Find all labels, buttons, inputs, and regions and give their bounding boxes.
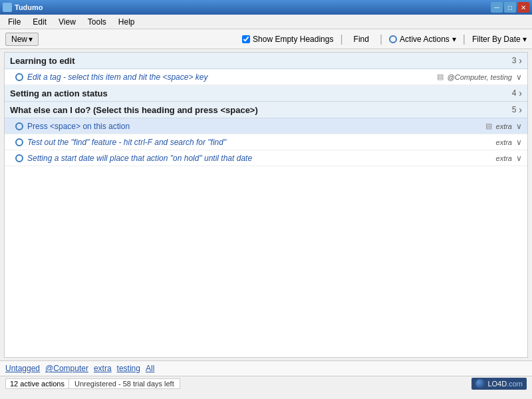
filter-date-button[interactable]: Filter By Date ▾ <box>472 35 527 44</box>
action-chevron-4[interactable]: ∨ <box>516 154 522 163</box>
action-right-2: ▤ extra ∨ <box>485 122 522 131</box>
action-circle-4 <box>15 154 23 162</box>
toolbar-separator-2: | <box>380 33 382 45</box>
action-right-4: extra ∨ <box>496 154 522 163</box>
section-title-2: Setting an action status <box>10 88 108 98</box>
new-button[interactable]: New ▾ <box>5 33 39 46</box>
close-button[interactable]: ✕ <box>517 2 529 13</box>
action-circle-3 <box>15 138 23 146</box>
section-title-3: What else can I do? (Select this heading… <box>10 105 258 115</box>
section-right-2: 4 › <box>512 88 522 98</box>
find-button[interactable]: Find <box>350 33 373 45</box>
active-actions-arrow: ▾ <box>452 35 456 44</box>
action-left-1: Edit a tag - select this item and hit th… <box>15 72 207 82</box>
toolbar-separator-3: | <box>463 33 466 45</box>
tag-testing[interactable]: testing <box>117 364 140 373</box>
action-circle-2 <box>15 122 23 130</box>
action-text-1: Edit a tag - select this item and hit th… <box>27 72 207 82</box>
menu-help[interactable]: Help <box>113 16 140 28</box>
new-button-label: New <box>11 35 27 44</box>
menu-edit[interactable]: Edit <box>27 16 52 28</box>
action-row-2[interactable]: Press <space> on this action ▤ extra ∨ <box>5 118 527 134</box>
tag-icon-2: ▤ <box>485 122 492 130</box>
filter-date-arrow: ▾ <box>523 35 527 44</box>
tag-icon-1: ▤ <box>437 72 444 81</box>
action-left-2: Press <space> on this action <box>15 122 130 131</box>
section-chevron-3: › <box>519 104 522 115</box>
show-empty-headings[interactable]: Show Empty Headings <box>242 35 333 44</box>
section-heading-3[interactable]: What else can I do? (Select this heading… <box>5 102 527 118</box>
tag-label-1: @Computer, testing <box>448 73 512 81</box>
toolbar: New ▾ Show Empty Headings | Find | Activ… <box>0 29 532 49</box>
action-circle-1 <box>15 73 23 81</box>
action-left-3: Test out the "find" feature - hit ctrl-F… <box>15 138 226 147</box>
section-heading-1[interactable]: Learning to edit 3 › <box>5 53 527 69</box>
title-bar-left: Tudumo <box>3 3 43 12</box>
section-count-1: 3 <box>512 56 517 65</box>
new-button-arrow: ▾ <box>29 35 33 44</box>
section-chevron-1: › <box>519 55 522 66</box>
action-right-1: ▤ @Computer, testing ∨ <box>437 72 522 82</box>
action-text-2: Press <space> on this action <box>27 122 130 131</box>
section-chevron-2: › <box>519 88 522 98</box>
action-row-4[interactable]: Setting a start date will place that act… <box>5 150 527 166</box>
tag-label-4: extra <box>496 154 512 162</box>
lo4d-text: LO4D.com <box>487 380 523 388</box>
section-right-1: 3 › <box>512 55 522 66</box>
action-row-1[interactable]: Edit a tag - select this item and hit th… <box>5 69 527 85</box>
active-actions-label: Active Actions <box>400 35 450 44</box>
show-empty-checkbox[interactable] <box>242 35 250 43</box>
section-right-3: 5 › <box>512 104 522 115</box>
toolbar-right: Show Empty Headings | Find | Active Acti… <box>242 33 527 45</box>
app-title: Tudumo <box>15 3 43 11</box>
action-chevron-1[interactable]: ∨ <box>516 72 522 82</box>
action-left-4: Setting a start date will place that act… <box>15 154 252 163</box>
app-icon <box>3 3 12 12</box>
action-text-3: Test out the "find" feature - hit ctrl-F… <box>27 138 226 147</box>
tag-label-3: extra <box>496 138 512 146</box>
tag-all[interactable]: All <box>146 364 154 373</box>
title-bar-buttons: ─ □ ✕ <box>491 2 529 13</box>
show-empty-label: Show Empty Headings <box>253 35 333 44</box>
section-count-3: 5 <box>512 105 517 114</box>
main-content: Learning to edit 3 › Edit a tag - select… <box>4 52 528 358</box>
minimize-button[interactable]: ─ <box>491 2 503 13</box>
status-bar: 12 active actions Unregistered - 58 tria… <box>0 376 532 390</box>
action-right-3: extra ∨ <box>496 138 522 147</box>
menu-tools[interactable]: Tools <box>82 16 112 28</box>
active-actions-icon <box>389 35 397 43</box>
toolbar-separator-1: | <box>340 33 342 45</box>
tag-extra[interactable]: extra <box>94 364 112 373</box>
section-heading-2[interactable]: Setting an action status 4 › <box>5 85 527 102</box>
lo4d-badge: LO4D.com <box>471 378 527 390</box>
title-bar: Tudumo ─ □ ✕ <box>0 0 532 15</box>
menu-bar: File Edit View Tools Help <box>0 15 532 29</box>
status-right: LO4D.com <box>471 378 527 390</box>
maximize-button[interactable]: □ <box>504 2 516 13</box>
status-trial: Unregistered - 58 trial days left <box>69 378 180 389</box>
active-actions-button[interactable]: Active Actions ▾ <box>389 35 456 44</box>
lo4d-globe-icon <box>475 379 485 388</box>
tag-computer[interactable]: @Computer <box>45 364 88 373</box>
section-title-1: Learning to edit <box>10 56 75 66</box>
menu-view[interactable]: View <box>53 16 81 28</box>
filter-date-label: Filter By Date <box>472 35 521 44</box>
tag-untagged[interactable]: Untagged <box>5 364 40 373</box>
action-chevron-2[interactable]: ∨ <box>516 122 522 131</box>
tag-bar: Untagged @Computer extra testing All <box>0 360 532 376</box>
menu-file[interactable]: File <box>3 16 26 28</box>
action-text-4: Setting a start date will place that act… <box>27 154 252 163</box>
tag-label-2: extra <box>496 122 512 130</box>
status-active-count: 12 active actions <box>5 378 69 389</box>
action-chevron-3[interactable]: ∨ <box>516 138 522 147</box>
action-row-3[interactable]: Test out the "find" feature - hit ctrl-F… <box>5 134 527 150</box>
section-count-2: 4 <box>512 88 517 98</box>
